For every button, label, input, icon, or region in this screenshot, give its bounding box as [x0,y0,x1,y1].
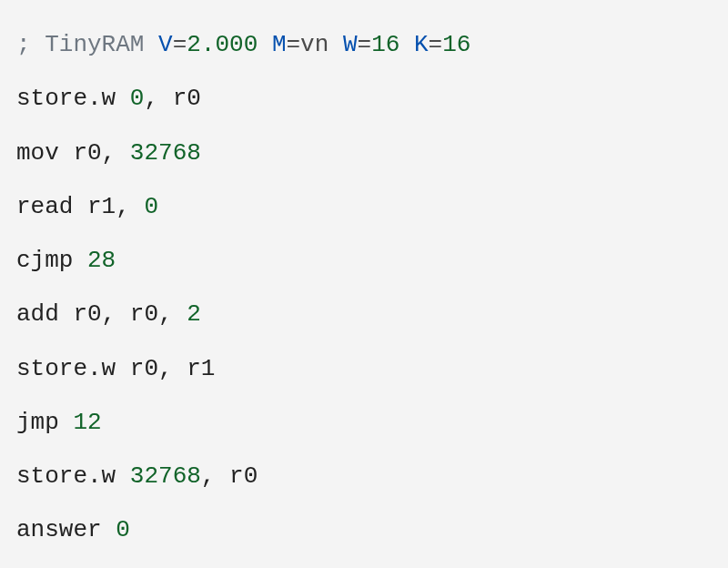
code-line: answer 0 [16,503,712,557]
code-token: 0 [130,85,145,112]
code-token [399,31,414,58]
code-token: add r0, r0, [16,300,187,328]
code-line: store.w r0, r1 [16,342,712,396]
code-token: 2 [187,300,201,328]
code-token: 0 [116,516,130,543]
code-token [329,31,343,58]
code-token: 16 [371,31,399,58]
code-token: store.w [16,85,130,112]
code-token: cjmp [16,247,87,274]
code-token: read r1, [16,193,144,220]
code-token: ; TinyRAM [16,31,158,58]
code-token: W [343,31,358,58]
code-line: jmp 12 [16,396,712,450]
code-token: = [173,31,187,58]
code-line: cjmp 28 [16,234,712,288]
assembly-code-block: ; TinyRAM V=2.000 M=vn W=16 K=16store.w … [0,0,728,568]
code-line: mov r0, 32768 [16,127,712,180]
code-line: add r0, r0, 2 [16,288,712,341]
code-token: , r0 [201,462,258,490]
code-token: jmp [16,409,73,436]
code-token: vn [300,31,329,58]
code-token: = [358,31,372,58]
code-token: answer [16,516,116,543]
code-token: = [429,31,443,58]
code-token: store.w [16,462,130,490]
code-token: 28 [87,247,116,274]
code-token [258,31,272,58]
code-line: ; TinyRAM V=2.000 M=vn W=16 K=16 [16,18,712,72]
code-token: = [286,31,300,58]
code-token: K [414,31,429,58]
code-line: store.w 0, r0 [16,72,712,126]
code-line: read r1, 0 [16,180,712,234]
code-token: 2.000 [187,31,258,58]
code-line: store.w 32768, r0 [16,450,712,503]
code-token: 32768 [130,139,201,167]
code-token: , r0 [144,85,200,112]
code-token: M [272,31,287,58]
code-token: 12 [73,409,101,436]
code-token: store.w r0, r1 [16,355,215,382]
code-token: 16 [442,31,470,58]
code-token: V [158,31,173,58]
code-token: mov r0, [16,139,130,167]
code-token: 0 [144,193,158,220]
code-token: 32768 [130,462,201,490]
